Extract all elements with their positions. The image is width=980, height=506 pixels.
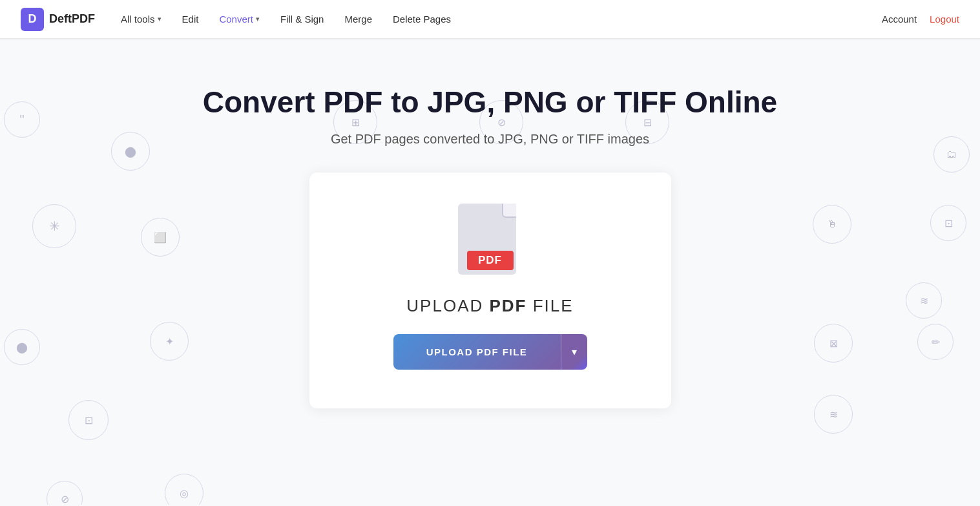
- nav-edit[interactable]: Edit: [182, 14, 199, 25]
- logout-link[interactable]: Logout: [930, 14, 959, 25]
- nav-all-tools[interactable]: All tools ▾: [121, 14, 162, 25]
- upload-button-group: UPLOAD PDF FILE ▾: [393, 334, 587, 370]
- nav-links: All tools ▾ Edit Convert ▾ Fill & Sign M…: [121, 14, 882, 25]
- hero-section: Convert PDF to JPG, PNG or TIFF Online G…: [0, 39, 980, 408]
- nav-convert[interactable]: Convert ▾: [219, 14, 260, 25]
- main-content: ⊞ ⊘ ⊟ " ⬤ ✳ ⬜ ⬤ ✦ ⊡ ◎ ⊘ 🗂 🖱 ⊡ ≋ ⊠ ✏ ≋ Co…: [0, 39, 980, 505]
- page-subtitle: Get PDF pages converted to JPG, PNG or T…: [0, 132, 980, 147]
- bg-circle: ◎: [165, 474, 203, 505]
- upload-card: PDF UPLOAD PDF FILE UPLOAD PDF FILE ▾: [309, 173, 671, 408]
- nav-delete-pages[interactable]: Delete Pages: [393, 14, 451, 25]
- upload-pdf-button[interactable]: UPLOAD PDF FILE: [393, 334, 561, 370]
- bg-circle: ⊘: [47, 481, 83, 505]
- logo-icon: D: [21, 8, 44, 31]
- navbar: D DeftPDF All tools ▾ Edit Convert ▾ Fil…: [0, 0, 980, 39]
- upload-label: UPLOAD PDF FILE: [406, 296, 573, 316]
- nav-fill-sign[interactable]: Fill & Sign: [280, 14, 324, 25]
- pdf-badge: PDF: [467, 251, 514, 270]
- chevron-down-icon: ▾: [158, 15, 162, 23]
- nav-merge[interactable]: Merge: [344, 14, 372, 25]
- chevron-down-icon-convert: ▾: [256, 15, 260, 23]
- pdf-file-icon: PDF: [458, 204, 523, 278]
- account-link[interactable]: Account: [882, 14, 917, 25]
- upload-dropdown-button[interactable]: ▾: [561, 334, 587, 370]
- logo[interactable]: D DeftPDF: [21, 8, 95, 31]
- page-title: Convert PDF to JPG, PNG or TIFF Online: [0, 85, 980, 120]
- nav-right: Account Logout: [882, 14, 959, 25]
- logo-text: DeftPDF: [49, 12, 95, 26]
